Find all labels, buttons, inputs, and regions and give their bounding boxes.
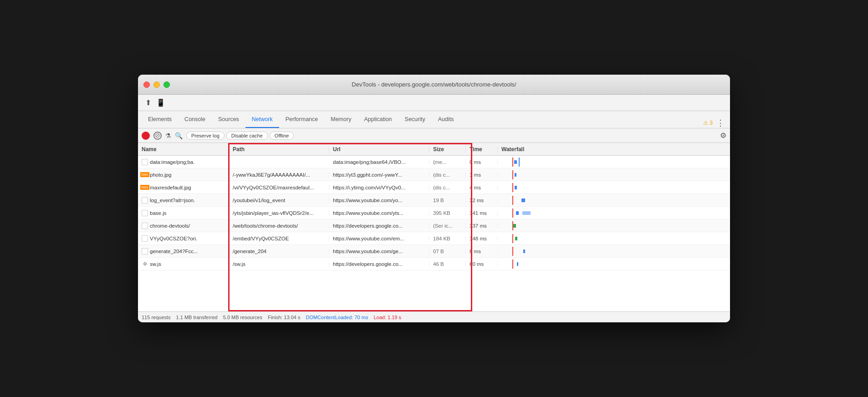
table-row[interactable]: chrome-devtools/ /web/tools/chrome-devto… (138, 219, 730, 232)
col-header-waterfall: Waterfall (498, 146, 730, 153)
cell-url-2: https://i.ytimg.com/vi/VYyQv0... (329, 185, 429, 190)
cell-size-1: (dis c... (429, 172, 466, 178)
cell-url-6: https://www.youtube.com/em... (329, 236, 429, 241)
file-icon-blank3 (142, 197, 148, 204)
table-row[interactable]: base.js /yts/jsbin/player_ias-vflVQDSr2/… (138, 207, 730, 219)
cell-time-8: 60 ms (466, 261, 498, 267)
tab-performance[interactable]: Performance (279, 111, 325, 128)
cell-path-4: /yts/jsbin/player_ias-vflVQDSr2/e... (229, 210, 329, 216)
cell-time-2: 4 ms (466, 185, 498, 190)
filter-button[interactable]: ⚗ (165, 132, 171, 139)
cell-url-4: https://www.youtube.com/yts... (329, 210, 429, 216)
cell-url-3: https://www.youtube.com/yo... (329, 198, 429, 203)
warning-count: 3 (710, 120, 713, 126)
cell-url-0: data:image/png;base64,iVBO... (329, 159, 429, 165)
col-header-time: Time (466, 146, 498, 153)
cell-size-6: 184 KB (429, 236, 466, 241)
file-icon-blank6 (142, 235, 148, 242)
cell-name-4: base.js (138, 210, 229, 216)
tab-memory[interactable]: Memory (324, 111, 357, 128)
table-row[interactable]: IMG maxresdefault.jpg /vi/VYyQv0CSZOE/ma… (138, 181, 730, 194)
transferred-size: 1.1 MB transferred (176, 315, 218, 320)
cell-path-8: /sw.js (229, 261, 329, 267)
cell-time-4: 141 ms (466, 210, 498, 216)
filter-chips: Preserve log Disable cache Offline (186, 132, 716, 140)
record-button[interactable] (142, 132, 150, 140)
cell-url-1: https://yt3.ggpht.com/-ywwY... (329, 172, 429, 178)
devtools-top-toolbar: ⬆ 📱 (138, 95, 730, 111)
cell-waterfall-1 (498, 168, 730, 181)
cell-time-6: 148 ms (466, 236, 498, 241)
cell-name-6: VYyQv0CSZOE?ori. (138, 235, 229, 242)
cell-waterfall-6 (498, 232, 730, 244)
cell-waterfall-2 (498, 181, 730, 193)
warning-badge[interactable]: ⚠ 3 (703, 120, 713, 126)
table-row[interactable]: log_event?alt=json. /youtubei/v1/log_eve… (138, 194, 730, 207)
file-icon-blank7 (142, 248, 148, 254)
status-bar: 115 requests 1.1 MB transferred 5.0 MB r… (138, 311, 730, 322)
cell-time-3: 32 ms (466, 198, 498, 203)
table-row[interactable]: IMG photo.jpg /-ywwYkaJ6E7g/AAAAAAAAAI/.… (138, 168, 730, 181)
table-row[interactable]: data:image/png;ba. data:image/png;base64… (138, 156, 730, 168)
tab-network[interactable]: Network (245, 111, 279, 128)
cursor-icon: ⬆ (145, 98, 151, 107)
file-icon-blank4 (142, 210, 148, 216)
requests-count: 115 requests (142, 315, 171, 320)
title-bar: DevTools - developers.google.com/web/too… (138, 75, 730, 95)
clear-icon: ⊘ (155, 132, 160, 139)
settings-button[interactable]: ⚙ (720, 131, 726, 140)
table-row[interactable]: generate_204?Fcc... /generate_204 https:… (138, 245, 730, 258)
tab-elements[interactable]: Elements (142, 111, 178, 128)
network-content: Name Path Url Size Time Waterfall data:i… (138, 143, 730, 311)
cell-size-0: (me... (429, 159, 466, 165)
more-tabs-button[interactable]: ⋮ (715, 118, 726, 128)
minimize-button[interactable] (153, 81, 160, 88)
tab-console[interactable]: Console (178, 111, 212, 128)
cell-waterfall-5 (498, 219, 730, 232)
search-button[interactable]: 🔍 (175, 132, 183, 139)
tab-audits[interactable]: Audits (432, 111, 460, 128)
cell-name-3: log_event?alt=json. (138, 197, 229, 204)
cell-url-8: https://developers.google.co... (329, 261, 429, 267)
cell-size-8: 46 B (429, 261, 466, 267)
cell-path-3: /youtubei/v1/log_event (229, 198, 329, 203)
cell-size-2: (dis c... (429, 185, 466, 190)
cell-path-7: /generate_204 (229, 249, 329, 254)
disable-cache-chip[interactable]: Disable cache (226, 132, 268, 140)
device-toolbar-button[interactable]: 📱 (154, 97, 167, 109)
cell-path-6: /embed/VYyQv0CSZOE (229, 236, 329, 241)
col-header-path: Path (229, 146, 329, 153)
tab-security[interactable]: Security (398, 111, 432, 128)
table-row[interactable]: ⚙ sw.js /sw.js https://developers.google… (138, 258, 730, 270)
cell-time-0: 0 ms (466, 159, 498, 165)
cell-waterfall-4 (498, 207, 730, 219)
cell-path-1: /-ywwYkaJ6E7g/AAAAAAAAAI/... (229, 172, 329, 178)
window-title: DevTools - developers.google.com/web/too… (352, 81, 516, 88)
tab-application[interactable]: Application (357, 111, 398, 128)
tab-icons: ⚠ 3 ⋮ (703, 118, 726, 128)
clear-button[interactable]: ⊘ (153, 132, 162, 140)
file-icon-blank5 (142, 223, 148, 229)
cell-time-5: 337 ms (466, 223, 498, 229)
table-row[interactable]: VYyQv0CSZOE?ori. /embed/VYyQv0CSZOE http… (138, 232, 730, 245)
cell-name-7: generate_204?Fcc... (138, 248, 229, 254)
cell-name-0: data:image/png;ba. (138, 159, 229, 165)
col-header-size: Size (429, 146, 466, 153)
load-time: Load: 1.19 s (373, 315, 401, 320)
cell-name-2: IMG maxresdefault.jpg (138, 184, 229, 191)
traffic-lights (143, 81, 170, 88)
preserve-log-chip[interactable]: Preserve log (186, 132, 225, 140)
col-header-url: Url (329, 146, 429, 153)
tab-sources[interactable]: Sources (212, 111, 245, 128)
resources-size: 5.0 MB resources (223, 315, 262, 320)
network-toolbar: ⊘ ⚗ 🔍 Preserve log Disable cache Offline… (138, 128, 730, 143)
maximize-button[interactable] (163, 81, 170, 88)
file-icon-img: IMG (142, 172, 148, 178)
close-button[interactable] (143, 81, 150, 88)
offline-chip[interactable]: Offline (270, 132, 294, 140)
inspect-element-button[interactable]: ⬆ (142, 97, 154, 109)
cell-waterfall-0 (498, 156, 730, 168)
cell-name-5: chrome-devtools/ (138, 223, 229, 229)
devtools-window: DevTools - developers.google.com/web/too… (138, 75, 730, 322)
device-icon: 📱 (156, 98, 165, 107)
